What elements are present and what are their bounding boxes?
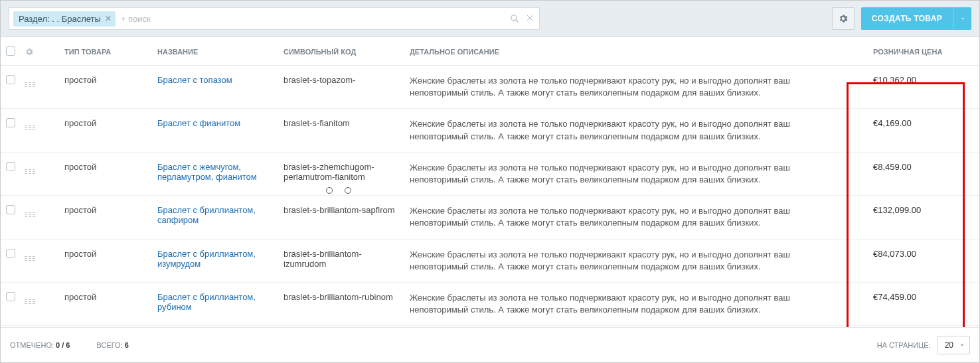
table-row: простойБраслет с жемчугом, перламутром, … [1, 152, 979, 195]
gear-icon [838, 13, 849, 24]
table-footer: ОТМЕЧЕНО: 0 / 6 ВСЕГО: 6 НА СТРАНИЦЕ: 20 [1, 327, 979, 362]
search-icon[interactable] [510, 14, 519, 23]
toolbar: Раздел: . . Браслеты ✕ СОЗДАТЬ ТОВАР [1, 1, 979, 37]
cell-code: braslet-s-brilliantom-sapfirom [278, 196, 404, 239]
row-checkbox[interactable] [6, 249, 15, 258]
filter-tag-label: Раздел: . . Браслеты [19, 14, 101, 24]
app-window: Раздел: . . Браслеты ✕ СОЗДАТЬ ТОВАР [0, 0, 980, 363]
cell-desc: Женские браслеты из золота не только под… [404, 196, 853, 239]
drag-handle-icon[interactable] [25, 125, 35, 130]
create-product-split-button: СОЗДАТЬ ТОВАР [861, 7, 971, 30]
cell-price: €8,459.00 [853, 152, 979, 195]
col-name[interactable]: НАЗВАНИЕ [152, 37, 278, 66]
cell-desc: Женские браслеты из золота не только под… [404, 109, 853, 152]
column-settings-icon[interactable] [25, 47, 34, 56]
cell-type: простой [59, 282, 152, 325]
product-table-wrap: ТИП ТОВАРА НАЗВАНИЕ СИМВОЛЬНЫЙ КОД ДЕТАЛ… [1, 37, 979, 327]
col-code[interactable]: СИМВОЛЬНЫЙ КОД [278, 37, 404, 66]
table-row: простойБраслет с топазомbraslet-s-topazo… [1, 66, 979, 109]
cell-name: Браслет с бриллиантом, рубином [152, 282, 278, 325]
cell-code: braslet-s-brilliantom-izumrudom [278, 239, 404, 282]
select-all-checkbox[interactable] [6, 46, 15, 56]
per-page: НА СТРАНИЦЕ: 20 [877, 336, 970, 354]
create-product-dropdown[interactable] [953, 7, 971, 30]
row-checkbox[interactable] [6, 162, 15, 171]
product-link[interactable]: Браслет с жемчугом, перламутром, фианито… [157, 162, 257, 182]
row-checkbox[interactable] [6, 292, 15, 301]
settings-button[interactable] [832, 7, 855, 30]
cell-name: Браслет с бриллиантом, изумрудом [152, 239, 278, 282]
drag-handle-icon[interactable] [25, 169, 35, 174]
cell-price: €10,362.00 [853, 66, 979, 109]
cell-type: простой [59, 66, 152, 109]
product-link[interactable]: Браслет с бриллиантом, изумрудом [157, 249, 256, 269]
table-row: простойБраслет с бриллиантом, сапфиромbr… [1, 196, 979, 239]
cell-price: €132,099.00 [853, 196, 979, 239]
cell-code: braslet-s-topazom- [278, 66, 404, 109]
per-page-select[interactable]: 20 [938, 336, 970, 354]
product-table: ТИП ТОВАРА НАЗВАНИЕ СИМВОЛЬНЫЙ КОД ДЕТАЛ… [1, 37, 979, 326]
table-row: простойБраслет с бриллиантом, рубиномbra… [1, 282, 979, 325]
cell-name: Браслет с жемчугом, перламутром, фианито… [152, 152, 278, 195]
clear-search-icon[interactable] [526, 14, 534, 23]
search-icons [510, 14, 534, 23]
table-header-row: ТИП ТОВАРА НАЗВАНИЕ СИМВОЛЬНЫЙ КОД ДЕТАЛ… [1, 37, 979, 66]
product-link[interactable]: Браслет с топазом [157, 75, 232, 85]
drag-handle-icon[interactable] [25, 212, 35, 217]
create-product-button[interactable]: СОЗДАТЬ ТОВАР [861, 7, 953, 30]
cell-code: braslet-s-brilliantom-rubinom [278, 282, 404, 325]
cell-price: €84,073.00 [853, 239, 979, 282]
svg-point-0 [511, 15, 517, 21]
cell-type: простой [59, 109, 152, 152]
selected-count: ОТМЕЧЕНО: 0 / 6 [10, 341, 70, 349]
cell-desc: Женские браслеты из золота не только под… [404, 152, 853, 195]
cell-type: простой [59, 152, 152, 195]
table-row: простойБраслет с фианитомbraslet-s-fiani… [1, 109, 979, 152]
cell-name: Браслет с фианитом [152, 109, 278, 152]
cell-name: Браслет с бриллиантом, сапфиром [152, 196, 278, 239]
chevron-down-icon [959, 15, 966, 22]
filter-tag[interactable]: Раздел: . . Браслеты ✕ [13, 11, 116, 27]
drag-handle-icon[interactable] [25, 256, 35, 261]
table-row: простойБраслет с бриллиантом, изумрудомb… [1, 239, 979, 282]
total-count: ВСЕГО: 6 [96, 341, 128, 349]
product-link[interactable]: Браслет с фианитом [157, 118, 240, 128]
cell-price: €4,169.00 [853, 109, 979, 152]
cell-desc: Женские браслеты из золота не только под… [404, 239, 853, 282]
cell-code: braslet-s-zhemchugom-perlamutrom-fianito… [278, 152, 404, 195]
row-checkbox[interactable] [6, 118, 15, 127]
cell-code: braslet-s-fianitom [278, 109, 404, 152]
search-bar[interactable]: Раздел: . . Браслеты ✕ [9, 7, 540, 30]
product-link[interactable]: Браслет с бриллиантом, сапфиром [157, 205, 256, 225]
filter-tag-remove-icon[interactable]: ✕ [105, 14, 112, 23]
col-price[interactable]: РОЗНИЧНАЯ ЦЕНА [853, 37, 979, 66]
cell-desc: Женские браслеты из золота не только под… [404, 282, 853, 325]
cell-price: €74,459.00 [853, 282, 979, 325]
col-type[interactable]: ТИП ТОВАРА [59, 37, 152, 66]
chevron-down-icon [959, 342, 965, 348]
search-input[interactable] [120, 13, 510, 25]
drag-handle-icon[interactable] [25, 299, 35, 304]
cell-type: простой [59, 196, 152, 239]
col-desc[interactable]: ДЕТАЛЬНОЕ ОПИСАНИЕ [404, 37, 853, 66]
cell-type: простой [59, 239, 152, 282]
svg-line-1 [516, 20, 519, 23]
product-link[interactable]: Браслет с бриллиантом, рубином [157, 292, 256, 312]
row-checkbox[interactable] [6, 75, 15, 84]
cell-name: Браслет с топазом [152, 66, 278, 109]
drag-handle-icon[interactable] [25, 82, 35, 87]
row-checkbox[interactable] [6, 205, 15, 214]
cell-desc: Женские браслеты из золота не только под… [404, 66, 853, 109]
